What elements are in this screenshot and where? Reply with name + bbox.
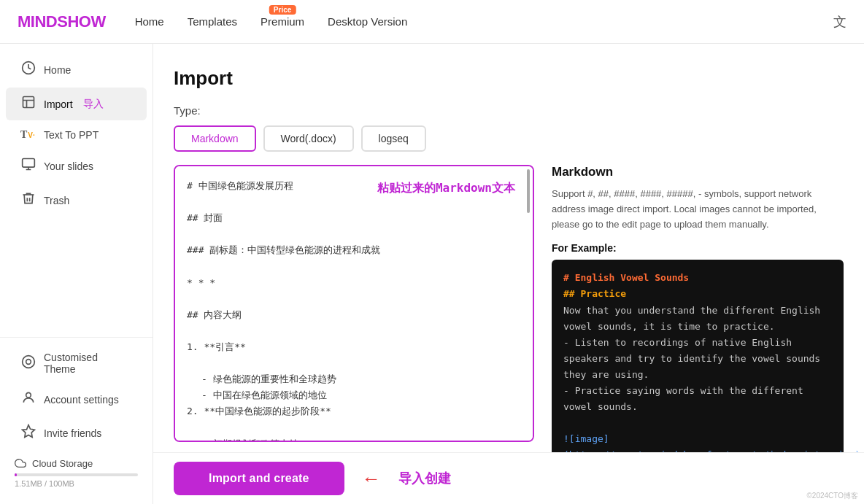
info-panel: Markdown Support #, ##, ####, ####, ####… — [552, 165, 844, 452]
editor-line — [187, 226, 506, 242]
type-markdown-button[interactable]: Markdown — [174, 125, 256, 152]
svg-point-3 — [23, 355, 35, 368]
editor-line: 2. **中国绿色能源的起步阶段** — [187, 403, 506, 419]
code-preview: # English Vowel Sounds ## Practice Now t… — [552, 260, 844, 452]
invite-icon — [20, 424, 36, 442]
type-label: Type: — [174, 104, 844, 117]
sidebar-ttppt-label: Text To PPT — [44, 129, 99, 141]
paste-hint-chinese: 粘贴过来的Markdown文本 — [377, 178, 515, 198]
svg-rect-1 — [23, 97, 34, 108]
sidebar-account-label: Account settings — [44, 394, 119, 406]
code-line-5: - Practice saying words with the differe… — [563, 383, 832, 415]
cloud-storage-label: Cloud Storage — [15, 457, 138, 469]
type-buttons: Markdown Word(.docx) logseq — [174, 125, 844, 152]
editor-line — [187, 419, 506, 435]
text-to-ppt-icon: TV· — [20, 129, 36, 141]
editor-content: # 中国绿色能源发展历程 ## 封面 ### 副标题：中国转型绿色能源的进程和成… — [187, 178, 521, 442]
code-line-2: ## Practice — [563, 286, 832, 302]
top-navigation: MINDSHOW Home Templates Price Premium De… — [0, 0, 864, 44]
sidebar-item-import[interactable]: → Import 导入 — [6, 88, 147, 120]
sidebar-trash-label: Trash — [44, 195, 69, 206]
editor-line: - 初期规划和政策支持 — [187, 436, 506, 443]
storage-bar-background — [15, 473, 138, 476]
account-icon — [20, 390, 36, 408]
sidebar-import-label: Import — [44, 98, 73, 110]
price-badge: Price — [269, 5, 296, 15]
info-panel-description: Support #, ##, ####, ####, #####, - symb… — [552, 187, 844, 232]
editor-line: - 中国在绿色能源领域的地位 — [187, 387, 506, 403]
sidebar-bottom: Customised Theme Account settings Invite… — [0, 337, 153, 495]
sidebar-item-your-slides[interactable]: Your slides — [6, 150, 147, 182]
import-layout: 粘贴过来的Markdown文本 # 中国绿色能源发展历程 ## 封面 ### 副… — [174, 165, 844, 452]
sidebar-invite-label: Invite friends — [44, 427, 101, 439]
editor-line: ### 副标题：中国转型绿色能源的进程和成就 — [187, 242, 506, 258]
type-logseq-button[interactable]: logseq — [361, 125, 426, 152]
svg-point-5 — [26, 392, 31, 398]
svg-point-4 — [26, 359, 31, 364]
sidebar-item-invite-friends[interactable]: Invite friends — [6, 416, 147, 449]
editor-line: - 绿色能源的重要性和全球趋势 — [187, 371, 506, 387]
editor-line — [187, 355, 506, 371]
trash-icon — [20, 191, 36, 209]
cloud-storage-section: Cloud Storage 1.51MB / 100MB — [0, 450, 153, 495]
language-button[interactable]: 文 — [833, 13, 846, 31]
content-wrapper: Import Type: Markdown Word(.docx) logseq… — [153, 44, 864, 504]
editor-line — [187, 323, 506, 339]
editor-line — [187, 291, 506, 307]
logo-show: SHOW — [57, 12, 105, 31]
svg-rect-2 — [23, 159, 35, 168]
sidebar: Home → Import 导入 TV· Text To PPT Your sl… — [0, 44, 153, 504]
sidebar-theme-label: Customised Theme — [44, 352, 132, 375]
sidebar-item-account-settings[interactable]: Account settings — [6, 383, 147, 416]
watermark: ©2024CTO博客 — [806, 491, 858, 501]
sidebar-item-trash[interactable]: Trash — [6, 184, 147, 217]
storage-bar-fill — [15, 473, 17, 476]
import-chinese-label: 导入创建 — [398, 470, 451, 487]
nav-desktop[interactable]: Desktop Version — [328, 15, 407, 28]
sidebar-item-text-to-ppt[interactable]: TV· Text To PPT — [6, 122, 147, 148]
nav-templates[interactable]: Templates — [188, 15, 237, 28]
import-icon — [20, 95, 36, 113]
sidebar-import-chinese: 导入 — [83, 98, 104, 111]
logo: MINDSHOW — [18, 12, 106, 31]
info-panel-title: Markdown — [552, 165, 844, 179]
code-line-3: Now that you understand the different En… — [563, 303, 832, 335]
code-line-1: # English Vowel Sounds — [563, 270, 832, 286]
slides-icon — [20, 157, 36, 175]
nav-premium[interactable]: Price Premium — [261, 15, 304, 28]
editor-line: 1. **引言** — [187, 339, 506, 355]
theme-icon — [20, 354, 36, 373]
bottom-bar: Import and create ← 导入创建 — [153, 452, 864, 504]
type-word-button[interactable]: Word(.docx) — [263, 125, 354, 152]
import-create-button[interactable]: Import and create — [174, 462, 344, 495]
code-line-4: - Listen to recordings of native English… — [563, 335, 832, 383]
editor-line: ## 封面 — [187, 210, 506, 226]
logo-mind: MIND — [18, 12, 57, 31]
code-line-6: ![image](https://assets.mindshow.fun/ass… — [563, 431, 832, 452]
editor-section: 粘贴过来的Markdown文本 # 中国绿色能源发展历程 ## 封面 ### 副… — [174, 165, 534, 452]
content-area: Import Type: Markdown Word(.docx) logseq… — [153, 44, 864, 452]
arrow-to-button: ← — [362, 468, 381, 490]
markdown-editor[interactable]: 粘贴过来的Markdown文本 # 中国绿色能源发展历程 ## 封面 ### 副… — [174, 165, 534, 442]
editor-line: ## 内容大纲 — [187, 307, 506, 323]
page-title: Import — [174, 67, 844, 90]
info-example-label: For Example: — [552, 242, 844, 254]
nav-home[interactable]: Home — [135, 15, 164, 28]
cloud-icon — [15, 457, 26, 469]
editor-line: * * * — [187, 275, 506, 291]
sidebar-item-customised-theme[interactable]: Customised Theme — [6, 344, 147, 382]
main-layout: Home → Import 导入 TV· Text To PPT Your sl… — [0, 44, 864, 504]
storage-usage-text: 1.51MB / 100MB — [15, 479, 138, 488]
nav-links: Home Templates Price Premium Desktop Ver… — [135, 15, 833, 28]
home-icon — [20, 61, 36, 79]
sidebar-item-home[interactable]: Home — [6, 53, 147, 86]
editor-line — [187, 258, 506, 274]
scrollbar-indicator[interactable] — [527, 169, 530, 213]
sidebar-home-label: Home — [44, 64, 71, 76]
sidebar-slides-label: Your slides — [44, 160, 93, 172]
